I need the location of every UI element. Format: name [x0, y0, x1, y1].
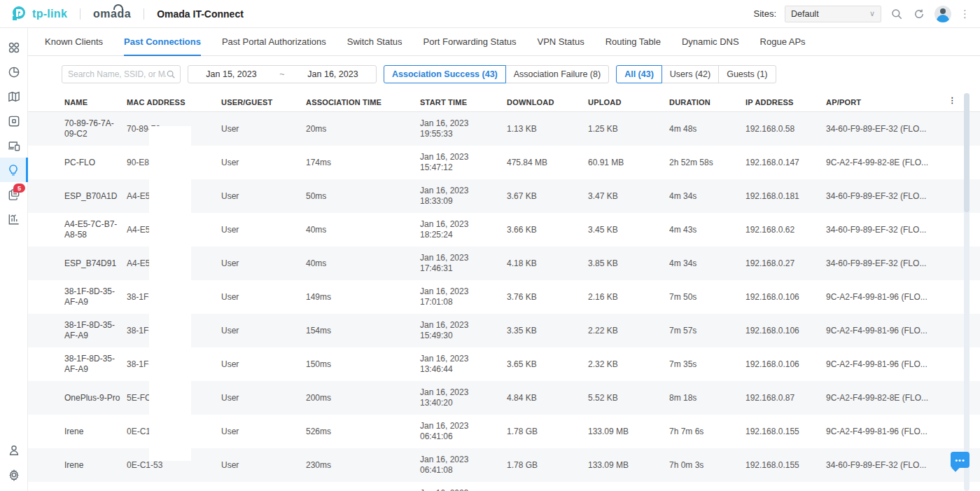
cell-association-time: 154ms — [306, 319, 420, 343]
sidebar-item-account[interactable] — [0, 438, 28, 462]
cell-name: ESP_B70A1D — [64, 185, 127, 208]
cell-start-time: Jan 16, 2023 13:40:20 — [420, 381, 507, 415]
table-row[interactable]: OnePlus-9-Pro 5E-FC-4 User 160ms Jan 16,… — [28, 482, 980, 491]
cell-ip-address: 192.168.0.106 — [746, 353, 826, 376]
cell-download: 1.78 GB — [507, 420, 588, 443]
cell-duration: 4m 48s — [669, 118, 746, 141]
header-right: Sites: Default ∨ ⋮ — [753, 6, 970, 22]
search-field-icon[interactable] — [166, 69, 176, 79]
cell-ip-address: 192.168.0.155 — [746, 420, 826, 443]
cell-start-time: Jan 16, 2023 15:47:12 — [420, 146, 507, 179]
cell-ip-address: 192.168.0.27 — [746, 252, 826, 275]
cell-upload: 2.16 KB — [588, 286, 669, 309]
association-success-button[interactable]: Association Success (43) — [384, 65, 506, 83]
date-end[interactable]: Jan 16, 2023 — [290, 69, 376, 79]
tab-routing-table[interactable]: Routing Table — [606, 28, 661, 56]
notification-badge: 5 — [13, 184, 25, 193]
site-select[interactable]: Default ∨ — [785, 6, 881, 22]
cell-user-guest: User — [221, 118, 306, 141]
cell-user-guest: User — [221, 420, 306, 443]
cell-ip-address: 192.168.0.106 — [746, 319, 826, 343]
col-header-mac[interactable]: MAC ADDRESS — [127, 98, 221, 106]
cell-upload: 133.09 MB — [588, 420, 669, 443]
date-separator: ~ — [274, 69, 290, 79]
cell-user-guest: User — [221, 387, 306, 410]
cell-upload: 2.32 KB — [588, 353, 669, 376]
cell-ap-port: 9C-A2-F4-99-81-96 (FLO... — [826, 353, 938, 376]
tab-vpn-status[interactable]: VPN Status — [537, 28, 584, 56]
cell-association-time: 160ms — [306, 487, 420, 491]
cell-name: Irene — [64, 454, 127, 477]
cell-user-guest: User — [221, 319, 306, 343]
more-menu-icon[interactable]: ⋮ — [960, 8, 970, 19]
lightbulb-icon — [6, 163, 20, 177]
search-input[interactable] — [68, 69, 166, 79]
sidebar-item-reports[interactable] — [0, 207, 28, 231]
gear-icon — [7, 468, 21, 482]
sidebar-item-devices[interactable] — [0, 133, 28, 158]
cell-ap-port: 34-60-F9-89-EF-32 (FLO... — [826, 185, 938, 208]
association-failure-button[interactable]: Association Failure (8) — [505, 65, 609, 83]
filter-users-button[interactable]: Users (42) — [662, 65, 719, 83]
filter-guests-button[interactable]: Guests (1) — [718, 65, 776, 83]
sidebar-item-logs[interactable]: 5 — [0, 182, 28, 207]
brand-divider-2 — [144, 8, 144, 20]
sidebar-item-statistics[interactable] — [0, 60, 28, 84]
col-header-upload[interactable]: UPLOAD — [588, 98, 669, 106]
col-header-start-time[interactable]: START TIME — [420, 98, 507, 106]
col-header-name[interactable]: NAME — [64, 98, 127, 106]
sidebar-item-dashboard[interactable] — [0, 35, 28, 60]
date-range-picker[interactable]: Jan 15, 2023 ~ Jan 16, 2023 — [188, 65, 377, 83]
cell-user-guest: User — [221, 487, 306, 491]
mac-redaction-overlay — [149, 126, 191, 461]
sidebar-item-cameras[interactable] — [0, 109, 28, 133]
user-avatar[interactable] — [934, 6, 951, 22]
col-header-ap-port[interactable]: AP/PORT — [826, 98, 938, 106]
omada-arc-icon — [113, 4, 123, 10]
vertical-scrollbar[interactable] — [964, 93, 969, 491]
cell-download: 3.76 KB — [507, 286, 588, 309]
filter-bar: Jan 15, 2023 ~ Jan 16, 2023 Association … — [28, 56, 980, 92]
tab-known-clients[interactable]: Known Clients — [45, 28, 103, 56]
cell-download: 3.66 KB — [507, 219, 588, 242]
cell-user-guest: User — [221, 185, 306, 208]
sidebar-item-settings[interactable] — [0, 462, 28, 487]
cell-association-time: 40ms — [306, 219, 420, 242]
cell-download: 475.84 MB — [507, 151, 588, 174]
sidebar-item-map[interactable] — [0, 84, 28, 109]
column-settings-icon[interactable]: ⋮ — [948, 96, 956, 105]
cell-download: 4.18 KB — [507, 252, 588, 275]
cell-ip-address: 192.168.0.147 — [746, 151, 826, 174]
cell-ap-port: 34-60-F9-89-EF-32 (FLO... — [826, 252, 938, 275]
search-icon[interactable] — [890, 7, 904, 21]
col-header-association-time[interactable]: ASSOCIATION TIME — [306, 98, 420, 106]
col-header-duration[interactable]: DURATION — [669, 98, 746, 106]
tab-past-connections[interactable]: Past Connections — [124, 28, 201, 56]
col-header-ip-address[interactable]: IP ADDRESS — [746, 98, 826, 106]
cell-start-time: Jan 16, 2023 13:46:44 — [420, 347, 507, 381]
tab-switch-status[interactable]: Switch Status — [347, 28, 402, 56]
cell-start-time: Jan 16, 2023 06:40:10 — [420, 482, 507, 491]
col-header-user-guest[interactable]: USER/GUEST — [221, 98, 306, 106]
tab-rogue-aps[interactable]: Rogue APs — [760, 28, 806, 56]
scrollbar-thumb[interactable] — [964, 93, 969, 212]
sidebar-item-insight[interactable] — [0, 158, 28, 182]
refresh-icon[interactable] — [912, 7, 926, 21]
col-header-download[interactable]: DOWNLOAD — [507, 98, 588, 106]
chat-bubble-button[interactable]: ••• — [951, 452, 969, 468]
cell-ip-address: 192.168.0.87 — [746, 387, 826, 410]
cell-duration: 7h 1m 0s — [669, 487, 746, 491]
tab-port-forwarding-status[interactable]: Port Forwarding Status — [424, 28, 517, 56]
tab-past-portal-authorizations[interactable]: Past Portal Authorizations — [222, 28, 326, 56]
cell-duration: 4m 34s — [669, 185, 746, 208]
site-select-value: Default — [791, 9, 819, 19]
app-header: tp-link omada Omada IT-Connect Sites: De… — [0, 0, 980, 28]
tab-dynamic-dns[interactable]: Dynamic DNS — [682, 28, 739, 56]
cell-name: A4-E5-7C-B7-A8-58 — [64, 213, 127, 247]
date-start[interactable]: Jan 15, 2023 — [188, 69, 274, 79]
filter-all-button[interactable]: All (43) — [616, 65, 662, 83]
cell-duration: 7h 7m 6s — [669, 420, 746, 443]
cell-ap-port: 34-60-F9-89-EF-32 (FLO... — [826, 487, 938, 491]
cell-start-time: Jan 16, 2023 17:46:31 — [420, 247, 507, 280]
cell-upload: 3.47 KB — [588, 185, 669, 208]
